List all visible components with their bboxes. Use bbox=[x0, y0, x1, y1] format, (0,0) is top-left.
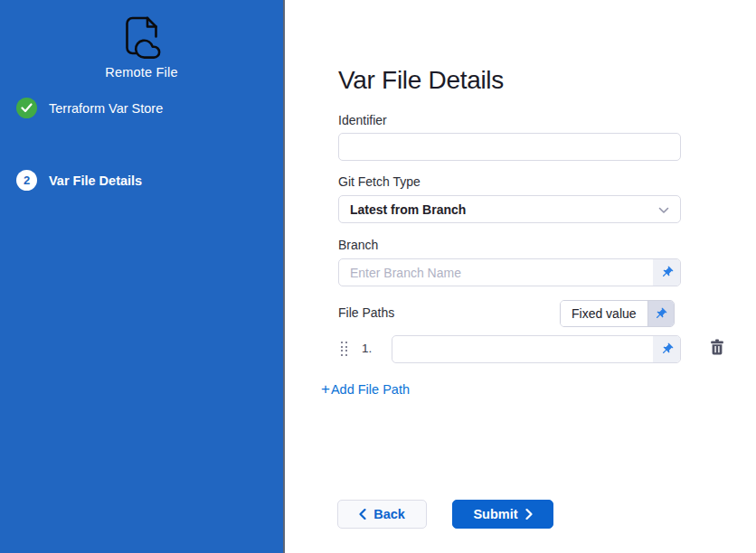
identifier-label: Identifier bbox=[338, 113, 387, 127]
add-file-path-label: Add File Path bbox=[331, 382, 410, 397]
delete-row-button[interactable] bbox=[707, 337, 727, 357]
identifier-input[interactable] bbox=[338, 133, 681, 161]
row-index: 1. bbox=[362, 342, 372, 355]
branch-runtime-input-toggle[interactable] bbox=[653, 259, 680, 286]
git-fetch-type-select[interactable]: Latest from Branch bbox=[338, 195, 681, 223]
chevron-down-icon bbox=[658, 202, 669, 218]
step-label: Terraform Var Store bbox=[49, 101, 163, 116]
back-button[interactable]: Back bbox=[337, 500, 427, 529]
file-path-row: 1. bbox=[338, 335, 756, 363]
wizard-sidebar: Remote File Terraform Var Store 2 Var Fi… bbox=[0, 0, 285, 553]
git-fetch-type-value: Latest from Branch bbox=[350, 202, 466, 217]
submit-button[interactable]: Submit bbox=[452, 500, 553, 529]
plus-icon: + bbox=[321, 381, 330, 397]
sidebar-step-var-file-details[interactable]: 2 Var File Details bbox=[16, 170, 142, 191]
branch-field bbox=[338, 258, 681, 286]
sidebar-step-terraform-var-store[interactable]: Terraform Var Store bbox=[16, 98, 163, 118]
var-file-details-form: Var File Details Identifier Git Fetch Ty… bbox=[287, 0, 756, 553]
var-file-details-dialog: Remote File Terraform Var Store 2 Var Fi… bbox=[0, 0, 756, 553]
file-path-input[interactable] bbox=[392, 336, 653, 362]
branch-input[interactable] bbox=[339, 259, 653, 286]
page-title: Var File Details bbox=[338, 66, 504, 95]
branch-label: Branch bbox=[338, 238, 378, 252]
chevron-left-icon bbox=[359, 509, 366, 520]
file-path-field bbox=[392, 335, 681, 363]
panel-title: Remote File bbox=[0, 65, 283, 80]
file-paths-input-type-button[interactable]: Fixed value bbox=[560, 300, 675, 327]
file-paths-label: File Paths bbox=[338, 305, 394, 320]
trash-icon bbox=[710, 339, 724, 355]
file-paths-runtime-input-toggle[interactable] bbox=[648, 301, 674, 326]
input-type-value: Fixed value bbox=[561, 301, 648, 326]
step-complete-icon bbox=[16, 98, 37, 118]
git-fetch-type-label: Git Fetch Type bbox=[338, 174, 421, 189]
submit-button-label: Submit bbox=[473, 507, 517, 521]
add-file-path-button[interactable]: + Add File Path bbox=[321, 381, 410, 397]
chevron-right-icon bbox=[525, 509, 533, 520]
file-path-runtime-input-toggle[interactable] bbox=[653, 336, 680, 362]
drag-handle-icon[interactable] bbox=[341, 342, 350, 358]
step-number-badge: 2 bbox=[16, 170, 37, 191]
step-label: Var File Details bbox=[49, 173, 142, 188]
remote-file-icon bbox=[120, 14, 164, 60]
back-button-label: Back bbox=[373, 507, 405, 521]
